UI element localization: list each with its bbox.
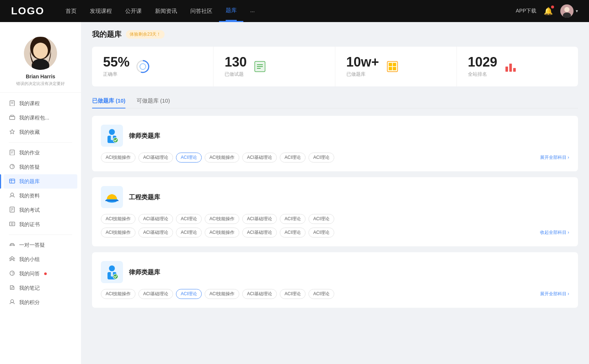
svg-text:?: ? bbox=[11, 271, 14, 276]
qbank-card-engineer: 工程类题库 ACI技能操作 ACI基础理论 ACI理论 ACI技能操作 ACI基… bbox=[92, 177, 578, 246]
tag[interactable]: ACI技能操作 bbox=[101, 228, 135, 238]
tag-active[interactable]: ACI理论 bbox=[176, 289, 202, 299]
sidebar-label: 我的课程 bbox=[19, 100, 40, 107]
sidebar-item-qa[interactable]: ? 我的答疑 bbox=[4, 160, 77, 174]
svg-rect-54 bbox=[513, 68, 516, 72]
tag[interactable]: ACI技能操作 bbox=[205, 153, 239, 163]
page-title: 我的题库 bbox=[92, 29, 121, 39]
qbank-lawyer-icon bbox=[101, 125, 123, 147]
tag[interactable]: ACI技能操作 bbox=[101, 153, 135, 163]
svg-point-21 bbox=[11, 193, 14, 196]
sidebar-item-exam[interactable]: 我的考试 bbox=[4, 203, 77, 217]
tag[interactable]: ACI基础理论 bbox=[242, 289, 277, 299]
page: Brian Harris 错误的决定比没有决定要好 我的课程 我的课程包... bbox=[0, 22, 589, 364]
svg-point-30 bbox=[11, 257, 13, 259]
tab-done[interactable]: 已做题库 (10) bbox=[92, 94, 126, 108]
sidebar-label: 我的笔记 bbox=[19, 285, 40, 292]
svg-rect-50 bbox=[389, 67, 392, 70]
sidebar: Brian Harris 错误的决定比没有决定要好 我的课程 我的课程包... bbox=[0, 22, 81, 364]
sidebar-item-notes[interactable]: 我的笔记 bbox=[4, 281, 77, 295]
svg-point-37 bbox=[11, 300, 14, 303]
svg-rect-53 bbox=[509, 64, 512, 72]
svg-rect-26 bbox=[10, 222, 15, 226]
svg-point-31 bbox=[10, 258, 11, 259]
nav-qa[interactable]: 问答社区 bbox=[184, 0, 219, 22]
sidebar-label: 我的收藏 bbox=[19, 129, 40, 136]
collapse-btn[interactable]: 收起全部科目 › bbox=[540, 229, 569, 236]
tag[interactable]: ACI理论 bbox=[308, 153, 334, 163]
stat-text: 55% 正确率 bbox=[103, 56, 130, 78]
tag[interactable]: ACI基础理论 bbox=[242, 214, 277, 224]
tag[interactable]: ACI理论 bbox=[280, 289, 306, 299]
logo[interactable]: LOGO bbox=[11, 5, 44, 17]
stat-number: 10w+ bbox=[346, 56, 379, 69]
sidebar-item-questions[interactable]: ? 我的问答 bbox=[4, 267, 77, 281]
sidebar-item-tutoring[interactable]: 一对一答疑 bbox=[4, 238, 77, 252]
tag[interactable]: ACI技能操作 bbox=[101, 214, 135, 224]
app-download[interactable]: APP下载 bbox=[516, 8, 536, 14]
tag[interactable]: ACI基础理论 bbox=[242, 228, 277, 238]
tab-available[interactable]: 可做题库 (10) bbox=[137, 94, 170, 108]
nav-more[interactable]: ··· bbox=[243, 0, 261, 22]
sidebar-label: 我的问答 bbox=[19, 271, 40, 277]
stat-label: 全站排名 bbox=[468, 71, 497, 78]
sidebar-label: 我的小组 bbox=[19, 256, 40, 263]
nav-discover[interactable]: 发现课程 bbox=[83, 0, 119, 22]
sidebar-item-data[interactable]: 我的资料 bbox=[4, 189, 77, 203]
tag[interactable]: ACI理论 bbox=[280, 214, 306, 224]
tag[interactable]: ACI基础理论 bbox=[138, 289, 173, 299]
sidebar-item-course[interactable]: 我的课程 bbox=[4, 96, 77, 111]
sidebar-item-homework[interactable]: 我的作业 bbox=[4, 146, 77, 160]
svg-point-29 bbox=[13, 244, 14, 246]
course-icon bbox=[9, 100, 15, 107]
tag-active[interactable]: ACI理论 bbox=[176, 153, 202, 163]
nav-opencourse[interactable]: 公开课 bbox=[119, 0, 148, 22]
sidebar-item-coursepack[interactable]: 我的课程包... bbox=[4, 111, 77, 125]
svg-marker-12 bbox=[10, 129, 14, 134]
tag[interactable]: ACI理论 bbox=[308, 228, 334, 238]
tag[interactable]: ACI理论 bbox=[176, 228, 202, 238]
tag[interactable]: ACI基础理论 bbox=[138, 214, 173, 224]
tag[interactable]: ACI理论 bbox=[280, 228, 306, 238]
tag[interactable]: ACI基础理论 bbox=[138, 228, 173, 238]
tag[interactable]: ACI技能操作 bbox=[205, 228, 239, 238]
sidebar-item-qbank[interactable]: 我的题库 bbox=[4, 174, 77, 189]
expand-btn[interactable]: 展开全部科目 › bbox=[540, 291, 569, 297]
tag[interactable]: ACI技能操作 bbox=[205, 289, 239, 299]
qbank-icon bbox=[9, 178, 15, 185]
avatar-container[interactable]: ▾ bbox=[560, 4, 578, 18]
profile-motto: 错误的决定比没有决定要好 bbox=[13, 81, 68, 86]
nav-home[interactable]: 首页 bbox=[59, 0, 83, 22]
sidebar-label: 一对一答疑 bbox=[19, 242, 45, 249]
tag[interactable]: ACI技能操作 bbox=[205, 214, 239, 224]
sidebar-item-points[interactable]: 我的积分 bbox=[4, 295, 77, 310]
expand-btn[interactable]: 展开全部科目 › bbox=[540, 154, 569, 161]
exam-icon bbox=[9, 207, 15, 214]
qbank-card-lawyer-1: 律师类题库 ACI技能操作 ACI基础理论 ACI理论 ACI技能操作 ACI基… bbox=[92, 116, 578, 171]
tags-section: ACI技能操作 ACI基础理论 ACI理论 ACI技能操作 ACI基础理论 AC… bbox=[101, 289, 569, 299]
tag[interactable]: ACI技能操作 bbox=[101, 289, 135, 299]
tag[interactable]: ACI基础理论 bbox=[138, 153, 173, 163]
stat-ranking: 1029 全站排名 bbox=[457, 47, 578, 86]
tag[interactable]: ACI理论 bbox=[280, 153, 306, 163]
sidebar-item-favorite[interactable]: 我的收藏 bbox=[4, 125, 77, 139]
bell-icon[interactable]: 🔔 bbox=[544, 7, 553, 15]
points-icon bbox=[9, 299, 15, 306]
qbank-title: 工程类题库 bbox=[129, 193, 160, 201]
header-avatar bbox=[560, 4, 574, 18]
tag[interactable]: ACI理论 bbox=[308, 289, 334, 299]
profile: Brian Harris 错误的决定比没有决定要好 bbox=[0, 29, 81, 93]
svg-rect-49 bbox=[393, 63, 396, 66]
tag[interactable]: ACI理论 bbox=[176, 214, 202, 224]
qbank-header: 律师类题库 bbox=[101, 125, 569, 147]
nav-news[interactable]: 新闻资讯 bbox=[148, 0, 184, 22]
bell-dot bbox=[551, 6, 554, 8]
sidebar-item-cert[interactable]: 我的证书 bbox=[4, 217, 77, 232]
tags-container: ACI技能操作 ACI基础理论 ACI理论 ACI技能操作 ACI基础理论 AC… bbox=[101, 214, 569, 224]
sidebar-item-group[interactable]: 我的小组 bbox=[4, 252, 77, 267]
svg-point-56 bbox=[109, 129, 115, 135]
nav-qbank[interactable]: 题库 bbox=[219, 0, 243, 22]
svg-point-66 bbox=[109, 265, 115, 271]
tag[interactable]: ACI基础理论 bbox=[242, 153, 277, 163]
tag[interactable]: ACI理论 bbox=[308, 214, 334, 224]
